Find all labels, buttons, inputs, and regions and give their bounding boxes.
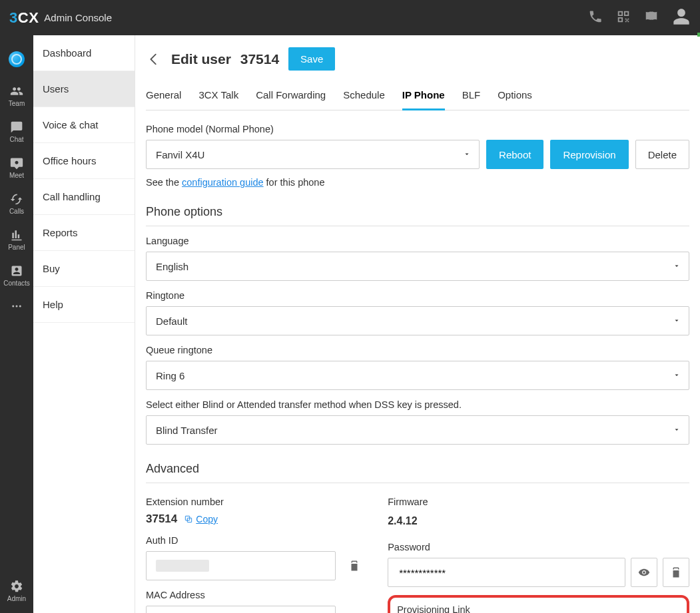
password-visibility-icon[interactable] [631, 558, 657, 587]
authid-label: Auth ID [146, 535, 368, 546]
tab-options[interactable]: Options [498, 83, 532, 110]
save-button[interactable]: Save [288, 47, 335, 71]
qr-icon[interactable] [616, 9, 631, 26]
sidebar-item-dashboard[interactable]: Dashboard [33, 35, 135, 71]
top-bar: 3CX Admin Console [0, 0, 700, 35]
rail-contacts-label: Contacts [3, 280, 29, 287]
sidebar-item-office-hours[interactable]: Office hours [33, 143, 135, 179]
extension-value: 37514 [146, 512, 177, 526]
transfer-method-select[interactable]: Blind Transfer [146, 415, 689, 445]
mac-label: MAC Address [146, 590, 368, 600]
tabs: General 3CX Talk Call Forwarding Schedul… [146, 83, 689, 110]
caret-down-icon [673, 315, 681, 327]
mac-input[interactable] [146, 606, 336, 613]
tab-blf[interactable]: BLF [462, 83, 481, 110]
sidebar-item-help[interactable]: Help [33, 287, 135, 323]
copy-extension-link[interactable]: Copy [184, 514, 218, 524]
extension-label: Extension number [146, 497, 368, 507]
brand-logo: 3CX [9, 9, 39, 27]
ringtone-select[interactable]: Default [146, 306, 689, 335]
firmware-value: 2.4.12 [388, 512, 689, 532]
page-title-prefix: Edit user [171, 51, 231, 67]
rail-meet-label: Meet [9, 172, 24, 179]
rail-calls-label: Calls [9, 208, 24, 215]
tab-general[interactable]: General [146, 83, 181, 110]
firmware-label: Firmware [388, 497, 689, 507]
mac-copy-icon[interactable] [341, 606, 368, 613]
page-title-ext: 37514 [240, 51, 279, 67]
sidebar-item-users[interactable]: Users [33, 71, 135, 107]
caret-down-icon [673, 370, 681, 381]
password-input[interactable] [388, 558, 625, 587]
rail-team[interactable]: Team [0, 78, 33, 114]
queue-ringtone-select[interactable]: Ring 6 [146, 361, 689, 390]
svg-point-2 [19, 306, 21, 307]
phone-options-title: Phone options [146, 205, 689, 226]
ringtone-label: Ringtone [146, 290, 689, 301]
authid-redacted [156, 560, 209, 572]
user-avatar-icon[interactable] [672, 7, 691, 28]
config-guide-link[interactable]: configuration guide [182, 177, 264, 188]
rail-chat-label: Chat [9, 136, 23, 143]
transfer-method-label: Select either Blind or Attended transfer… [146, 399, 689, 410]
page-title: Edit user 37514 [171, 51, 279, 67]
queue-ringtone-value: Ring 6 [156, 370, 184, 381]
sidebar-item-buy[interactable]: Buy [33, 251, 135, 287]
rail-meet[interactable]: Meet [0, 150, 33, 186]
rail-brand-icon[interactable] [0, 41, 33, 78]
caret-down-icon [673, 261, 681, 272]
caret-down-icon [463, 149, 471, 160]
rail-contacts[interactable]: Contacts [0, 258, 33, 294]
main: Edit user 37514 Save General 3CX Talk Ca… [135, 35, 700, 613]
reprovision-button[interactable]: Reprovision [550, 140, 628, 169]
rail-calls[interactable]: Calls [0, 186, 33, 222]
hint-prefix: See the [146, 177, 182, 188]
back-button[interactable] [146, 51, 162, 67]
language-label: Language [146, 236, 689, 246]
tab-3cx-talk[interactable]: 3CX Talk [198, 83, 238, 110]
advanced-title: Advanced [146, 462, 689, 483]
book-icon[interactable] [644, 9, 659, 26]
phone-model-label: Phone model (Normal Phone) [146, 124, 689, 134]
sidebar-item-call-handling[interactable]: Call handling [33, 179, 135, 215]
queue-ringtone-label: Queue ringtone [146, 345, 689, 355]
phone-icon[interactable] [588, 9, 603, 26]
tab-ip-phone[interactable]: IP Phone [402, 83, 445, 110]
password-label: Password [388, 542, 689, 552]
svg-point-0 [12, 306, 14, 307]
rail-panel-label: Panel [8, 244, 25, 251]
brand-cx: CX [18, 9, 39, 26]
authid-copy-icon[interactable] [341, 551, 368, 580]
status-indicator [697, 33, 700, 37]
password-input-field[interactable] [398, 566, 615, 579]
brand: 3CX Admin Console [9, 9, 112, 27]
tab-schedule[interactable]: Schedule [343, 83, 385, 110]
svg-point-1 [16, 306, 18, 307]
caret-down-icon [673, 425, 681, 436]
rail-panel[interactable]: Panel [0, 222, 33, 258]
rail-admin[interactable]: Admin [0, 573, 33, 613]
provisioning-link-highlight: Provisioning Link https://.3cx.cloud/pro… [388, 595, 689, 613]
authid-input[interactable] [146, 551, 336, 580]
page-header: Edit user 37514 Save [146, 47, 689, 71]
sidebar-item-voice-chat[interactable]: Voice & chat [33, 107, 135, 143]
sidebar: Dashboard Users Voice & chat Office hour… [33, 35, 135, 613]
delete-button[interactable]: Delete [635, 140, 689, 169]
hint-suffix: for this phone [264, 177, 325, 188]
topbar-right [588, 7, 691, 28]
rail-team-label: Team [9, 100, 25, 107]
reboot-button[interactable]: Reboot [486, 140, 543, 169]
icon-rail: Team Chat Meet Calls Panel Contacts Admi [0, 35, 33, 613]
password-copy-icon[interactable] [663, 558, 689, 587]
language-select[interactable]: English [146, 252, 689, 281]
rail-chat[interactable]: Chat [0, 114, 33, 150]
transfer-method-value: Blind Transfer [156, 425, 218, 436]
config-guide-hint: See the configuration guide for this pho… [146, 177, 689, 188]
sidebar-item-reports[interactable]: Reports [33, 215, 135, 251]
phone-model-select[interactable]: Fanvil X4U [146, 140, 480, 169]
tab-call-forwarding[interactable]: Call Forwarding [256, 83, 326, 110]
language-value: English [156, 261, 188, 272]
phone-model-value: Fanvil X4U [156, 149, 204, 160]
provlink-label: Provisioning Link [397, 604, 680, 613]
rail-more[interactable] [0, 294, 33, 319]
